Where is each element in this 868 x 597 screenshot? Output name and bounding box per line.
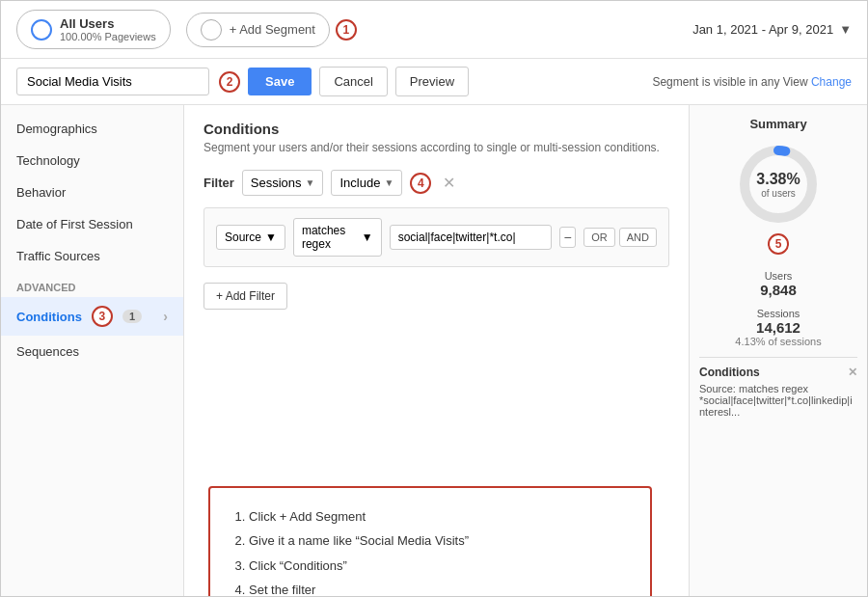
users-value: 9,848 [699,282,857,298]
add-filter-button[interactable]: + Add Filter [203,283,287,310]
condition-value-input[interactable] [390,225,552,250]
sessions-label: Sessions [699,308,857,319]
sidebar-item-technology[interactable]: Technology [1,145,183,176]
donut-text: 3.38% of users [756,171,800,199]
top-bar: All Users 100.00% Pageviews + Add Segmen… [1,1,867,59]
close-filter-icon[interactable]: ✕ [439,174,458,193]
instruction-list: Click + Add Segment Give it a name like … [231,505,629,597]
conditions-title: Conditions [203,121,669,137]
save-button[interactable]: Save [248,68,312,95]
caret-icon: ▼ [384,177,393,188]
conditions-summary: Conditions ✕ Source: matches regex*socia… [699,357,857,418]
sessions-value: 14,612 [699,319,857,336]
segment-sub-label: 100.00% Pageviews [60,31,156,42]
or-and-group: OR AND [583,228,657,247]
instruction-item-3: Click “Conditions” [249,555,629,577]
source-select[interactable]: Source ▼ [216,225,285,250]
center-panel: Conditions Segment your users and/or the… [184,105,689,597]
sidebar-item-demographics[interactable]: Demographics [1,113,183,145]
advanced-label: Advanced [1,272,183,297]
add-segment-circle-icon [201,19,222,41]
filter-include-select[interactable]: Include ▼ [331,170,402,196]
users-label: Users [699,270,857,282]
caret-icon: ▼ [839,22,852,37]
segment-name-input[interactable] [16,68,209,95]
condition-box: Source ▼ matches regex ▼ − OR AND [203,207,669,267]
all-users-chip[interactable]: All Users 100.00% Pageviews [16,10,171,49]
users-stat: Users 9,848 [699,270,857,298]
sidebar-item-traffic-sources[interactable]: Traffic Sources [1,240,183,272]
badge-3: 3 [92,306,113,327]
change-link[interactable]: Change [811,75,852,89]
filter-type-select[interactable]: Sessions ▼ [242,170,324,196]
filter-label: Filter [203,176,234,190]
conditions-badge: 1 [122,310,142,323]
caret-icon: ▼ [306,177,315,188]
conditions-summary-text: Source: matches regex*social|face|twitte… [699,383,857,418]
sidebar-item-behavior[interactable]: Behavior [1,176,183,208]
sidebar-item-sequences[interactable]: Sequences [1,336,183,367]
caret-icon: ▼ [362,231,373,244]
visibility-text: Segment is visible in any View Change [652,75,852,89]
badge-2: 2 [219,71,240,93]
segment-circle-icon [31,19,52,41]
badge-4: 4 [410,173,431,194]
instruction-box: Click + Add Segment Give it a name like … [208,486,652,597]
sessions-pct: 4.13% of sessions [699,336,857,347]
conditions-summary-title: Conditions ✕ [699,366,857,379]
instruction-item-1: Click + Add Segment [249,505,629,528]
sessions-stat: Sessions 14,612 4.13% of sessions [699,308,857,347]
chevron-right-icon: › [163,309,168,324]
sidebar-item-date-first-session[interactable]: Date of First Session [1,208,183,240]
date-range-text: Jan 1, 2021 - Apr 9, 2021 [692,22,833,37]
toolbar: 2 Save Cancel Preview Segment is visible… [1,59,867,105]
caret-icon: ▼ [265,231,277,244]
operator-select[interactable]: matches regex ▼ [293,218,382,257]
conditions-close-icon[interactable]: ✕ [848,366,857,379]
and-button[interactable]: AND [619,228,657,247]
percentage-value: 3.38% [756,171,800,188]
main-content: Demographics Technology Behavior Date of… [1,105,867,597]
filter-row: Filter Sessions ▼ Include ▼ 4 ✕ [203,170,669,196]
right-panel: Summary 3.38% of users 5 Users 9,848 [689,105,867,597]
badge-5: 5 [768,233,789,255]
add-segment-label: + Add Segment [230,22,315,37]
add-segment-button[interactable]: + Add Segment [186,13,330,47]
donut-chart-container: 3.38% of users [699,141,857,228]
segment-name-label: All Users [60,16,156,31]
or-button[interactable]: OR [583,228,615,247]
badge-1: 1 [336,19,357,41]
summary-title: Summary [699,117,857,131]
remove-condition-button[interactable]: − [559,227,577,248]
sidebar-item-conditions[interactable]: Conditions 3 1 › [1,297,183,336]
conditions-description: Segment your users and/or their sessions… [203,141,669,154]
date-range[interactable]: Jan 1, 2021 - Apr 9, 2021 ▼ [692,22,852,37]
left-nav: Demographics Technology Behavior Date of… [1,105,184,597]
preview-button[interactable]: Preview [395,67,469,96]
instruction-item-4: Set the filter Sessions… Include… Source… [249,579,629,597]
instruction-item-2: Give it a name like “Social Media Visits… [249,529,629,552]
donut-chart: 3.38% of users [735,141,822,228]
of-users-label: of users [756,187,800,198]
segment-info: All Users 100.00% Pageviews [60,16,156,42]
cancel-button[interactable]: Cancel [319,67,387,96]
